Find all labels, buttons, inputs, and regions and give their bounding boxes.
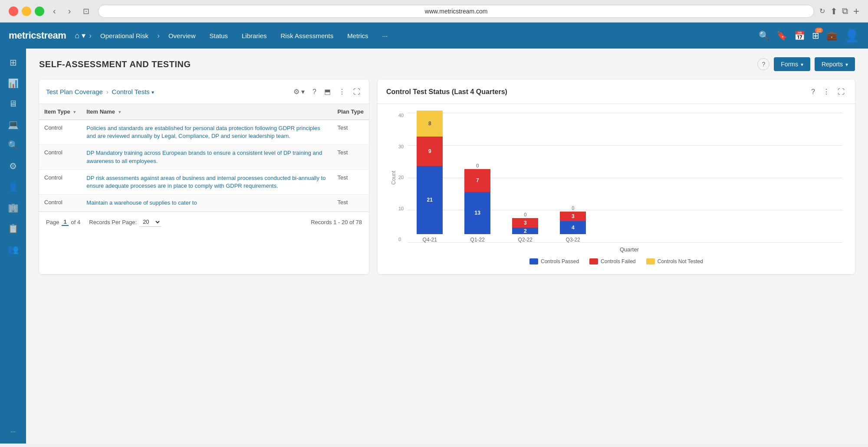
- maximize-button[interactable]: [35, 7, 44, 16]
- chart-header: Control Test Status (Last 4 Quarters) ? …: [378, 80, 855, 104]
- cell-plan-type: Test: [332, 170, 369, 194]
- y-label-10: 10: [398, 206, 404, 211]
- sidebar-icon-people[interactable]: 👥: [2, 240, 24, 259]
- main-content: ⊞ 📊 🖥 💻 🔍 ⚙ 👤 🏢 📋 👥 ··· SELF-ASSESSMENT …: [0, 49, 868, 444]
- left-sidebar: ⊞ 📊 🖥 💻 🔍 ⚙ 👤 🏢 📋 👥 ···: [0, 49, 26, 444]
- chart-legend: Controls Passed Controls Failed Controls…: [391, 253, 842, 270]
- breadcrumb-root[interactable]: Test Plan Coverage: [46, 88, 103, 95]
- cell-item-name[interactable]: DP risk assessments against areas of bus…: [81, 170, 332, 194]
- help-tool-button[interactable]: ?: [311, 86, 318, 98]
- grid-icon-button[interactable]: ⊞ 22: [812, 30, 819, 41]
- page-label: Page: [46, 219, 59, 225]
- forms-button[interactable]: Forms: [774, 57, 810, 71]
- bar-segment-failed: 7: [464, 169, 490, 192]
- cell-item-type: Control: [39, 145, 81, 170]
- forms-label: Forms: [781, 61, 798, 68]
- sidebar-icon-settings[interactable]: ⚙: [2, 157, 24, 176]
- legend-failed-icon: [589, 258, 598, 264]
- sidebar-icon-dashboard[interactable]: 📊: [2, 74, 24, 93]
- breadcrumb-current[interactable]: Control Tests: [112, 88, 154, 95]
- tabs-button[interactable]: ⧉: [842, 6, 848, 16]
- expand-tool-button[interactable]: ⛶: [352, 86, 362, 98]
- table-row: Control Maintain a warehouse of supplies…: [39, 195, 369, 212]
- y-label-0: 0: [398, 237, 404, 242]
- bar-stack: 230: [512, 212, 538, 235]
- reports-button[interactable]: Reports: [815, 57, 855, 71]
- cell-item-name[interactable]: Maintain a warehouse of supplies to cate…: [81, 195, 332, 212]
- cell-plan-type: Test: [332, 195, 369, 212]
- bookmark-icon-button[interactable]: 🔖: [776, 30, 787, 41]
- sort-item-type-button[interactable]: ▾: [73, 109, 76, 115]
- table-row: Control DP Mandatory training across Eur…: [39, 145, 369, 170]
- minimize-button[interactable]: [22, 7, 31, 16]
- settings-tool-button[interactable]: ⚙ ▾: [292, 86, 306, 98]
- new-tab-button[interactable]: +: [853, 5, 859, 17]
- reload-button[interactable]: ↻: [819, 7, 825, 15]
- bar-segment-passed: 21: [417, 166, 443, 235]
- forward-button[interactable]: ›: [65, 4, 75, 18]
- browser-chrome: ‹ › ⊡ ↻ ⬆ ⧉ +: [0, 0, 868, 23]
- col-item-name: Item Name ▾: [81, 104, 332, 120]
- chart-more-button[interactable]: ⋮: [821, 86, 832, 98]
- bar-stack: 2198: [417, 111, 443, 234]
- back-button[interactable]: ‹: [49, 4, 59, 18]
- sidebar-icon-user[interactable]: 👤: [2, 177, 24, 196]
- export-tool-button[interactable]: ⬒: [322, 86, 332, 98]
- nav-risk-assessments[interactable]: Risk Assessments: [274, 23, 341, 49]
- chart-expand-button[interactable]: ⛶: [836, 86, 846, 98]
- x-axis-title: Quarter: [620, 246, 639, 253]
- share-button[interactable]: ⬆: [830, 6, 838, 16]
- table-row: Control DP risk assessments against area…: [39, 170, 369, 194]
- nav-metrics[interactable]: Metrics: [340, 23, 375, 49]
- nav-overview[interactable]: Overview: [161, 23, 203, 49]
- bar-segment-passed: 4: [560, 221, 586, 234]
- sidebar-icon-home[interactable]: ⊞: [2, 53, 24, 72]
- sidebar-toggle-button[interactable]: ⊡: [79, 5, 93, 18]
- nav-libraries[interactable]: Libraries: [235, 23, 274, 49]
- panels: Test Plan Coverage › Control Tests ⚙ ▾ ?…: [39, 80, 855, 274]
- sidebar-icon-organization[interactable]: 🏢: [2, 198, 24, 217]
- sidebar-icon-more[interactable]: ···: [2, 424, 24, 439]
- zero-label: 0: [524, 212, 526, 217]
- sidebar-icon-reports[interactable]: 📋: [2, 219, 24, 238]
- sidebar-icon-monitor[interactable]: 🖥: [2, 95, 24, 113]
- reports-label: Reports: [822, 61, 843, 68]
- more-tool-button[interactable]: ⋮: [337, 86, 347, 98]
- sort-item-name-button[interactable]: ▾: [118, 109, 121, 115]
- table-body: Control Policies and standards are estab…: [39, 120, 369, 212]
- page-info: Page 1 of 4: [46, 219, 80, 226]
- info-button[interactable]: ?: [757, 58, 769, 70]
- briefcase-icon-button[interactable]: 💼: [826, 30, 837, 41]
- nav-status[interactable]: Status: [202, 23, 235, 49]
- nav-more[interactable]: ···: [375, 23, 395, 49]
- legend-failed-label: Controls Failed: [601, 258, 636, 264]
- records-per-page-select[interactable]: 20 50 100: [139, 217, 161, 227]
- sidebar-icon-search[interactable]: 🔍: [2, 136, 24, 155]
- cell-plan-type: Test: [332, 145, 369, 170]
- of-label: of 4: [71, 219, 81, 225]
- cell-item-type: Control: [39, 195, 81, 212]
- bar-stack: 1370: [464, 163, 490, 234]
- cell-item-name[interactable]: DP Mandatory training across European br…: [81, 145, 332, 170]
- x-label: Q2-22: [518, 237, 533, 243]
- app: metricstream ⌂ ▾ › Operational Risk › Ov…: [0, 23, 868, 444]
- notification-badge: 22: [815, 28, 823, 33]
- x-label: Q1-22: [470, 237, 485, 243]
- home-button[interactable]: ⌂ ▾: [75, 31, 85, 40]
- y-label-20: 20: [398, 175, 404, 180]
- cell-item-name[interactable]: Policies and standards are established f…: [81, 120, 332, 145]
- url-bar[interactable]: [98, 5, 814, 18]
- calendar-icon-button[interactable]: 📅: [794, 30, 805, 41]
- search-icon-button[interactable]: 🔍: [759, 30, 769, 41]
- avatar-button[interactable]: 👤: [844, 29, 859, 43]
- nav-operational-risk[interactable]: Operational Risk: [93, 23, 155, 49]
- reports-chevron-icon: [845, 61, 848, 68]
- page-header: SELF-ASSESSMENT AND TESTING ? Forms Repo…: [39, 57, 855, 71]
- close-button[interactable]: [9, 7, 18, 16]
- chart-help-button[interactable]: ?: [809, 86, 817, 98]
- sidebar-icon-computer[interactable]: 💻: [2, 115, 24, 134]
- records-per-page-label: Records Per Page:: [89, 219, 137, 225]
- zero-label: 0: [476, 163, 479, 168]
- bar-group: 230Q2-22: [512, 212, 538, 243]
- x-label: Q4-21: [423, 237, 437, 243]
